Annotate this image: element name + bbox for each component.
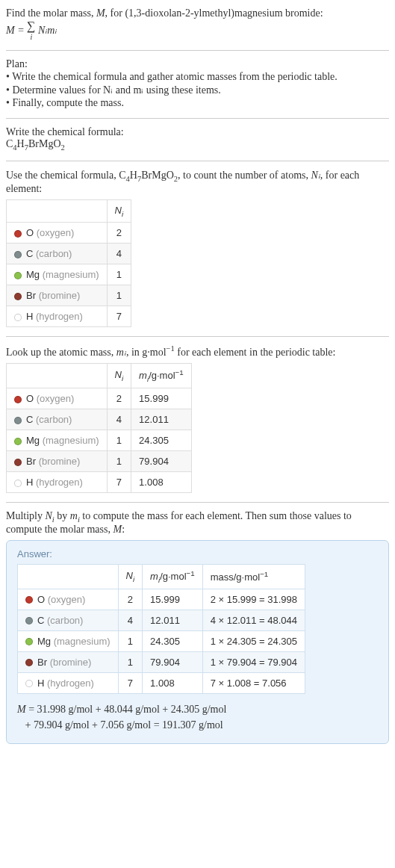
N-value: 2 xyxy=(118,589,143,610)
intro-line1: Find the molar mass, M, for (1,3-dioxola… xyxy=(6,7,389,19)
mass-expr: 7 × 1.008 = 7.056 xyxy=(202,672,305,693)
m-value: 12.011 xyxy=(131,409,192,430)
N-value: 7 xyxy=(107,471,131,492)
element-color-icon xyxy=(14,230,22,238)
element-color-icon xyxy=(25,617,33,624)
element-cell: C (carbon) xyxy=(18,610,119,630)
element-cell: O (oxygen) xyxy=(7,388,108,409)
header-blank xyxy=(7,199,108,223)
table-row: O (oxygen)215.9992 × 15.999 = 31.998 xyxy=(18,589,305,610)
header-mi: mi/g·mol−1 xyxy=(143,564,203,589)
element-name: (oxygen) xyxy=(48,594,86,605)
N-value: 1 xyxy=(118,630,143,651)
plan-title: Plan: xyxy=(6,58,389,70)
plan-section: Plan: • Write the chemical formula and g… xyxy=(6,58,389,109)
N-value: 4 xyxy=(107,244,131,264)
element-symbol: H xyxy=(26,477,33,488)
multiply-section: Multiply Ni by mi to compute the mass fo… xyxy=(6,510,389,744)
m-value: 79.904 xyxy=(131,450,192,471)
table-header-row: Ni mi/g·mol−1 xyxy=(7,364,192,388)
element-color-icon xyxy=(25,596,33,604)
element-name: (carbon) xyxy=(47,615,83,626)
element-name: (magnesium) xyxy=(43,269,99,280)
m-value: 1.008 xyxy=(131,471,192,492)
table-row: C (carbon)412.011 xyxy=(7,409,192,430)
element-symbol: C xyxy=(26,248,33,259)
element-cell: Mg (magnesium) xyxy=(7,430,108,450)
m-value: 15.999 xyxy=(131,388,192,409)
element-cell: Mg (magnesium) xyxy=(7,264,108,285)
element-symbol: H xyxy=(26,311,33,322)
var-Ni: Nᵢ xyxy=(311,170,320,181)
count-label: Use the chemical formula, C4H7BrMgO2, to… xyxy=(6,169,389,195)
N-value: 2 xyxy=(107,388,131,409)
var-M: M xyxy=(96,7,105,19)
plan-list: • Write the chemical formula and gather … xyxy=(6,71,389,109)
element-name: (magnesium) xyxy=(43,435,99,446)
element-name: (carbon) xyxy=(36,414,72,425)
divider xyxy=(6,161,389,161)
table-row: Mg (magnesium)1 xyxy=(7,264,131,285)
table-row: C (carbon)4 xyxy=(7,244,131,264)
header-Ni: Ni xyxy=(107,199,131,223)
text: Use the chemical formula, xyxy=(6,170,119,181)
header-mass: mass/g·mol−1 xyxy=(202,564,305,589)
table-row: O (oxygen)215.999 xyxy=(7,388,192,409)
element-symbol: Br xyxy=(26,290,36,301)
answer-box: Answer: Ni mi/g·mol−1 mass/g·mol−1 O (ox… xyxy=(6,540,389,744)
answer-label: Answer: xyxy=(17,548,378,559)
element-symbol: H xyxy=(37,678,44,689)
element-symbol: C xyxy=(26,414,33,425)
chemical-formula: C4H7BrMgO2 xyxy=(6,138,389,152)
header-blank xyxy=(18,564,119,589)
N-value: 1 xyxy=(107,450,131,471)
element-name: (magnesium) xyxy=(54,636,111,647)
element-color-icon xyxy=(14,293,22,300)
element-cell: H (hydrogen) xyxy=(18,672,119,693)
element-color-icon xyxy=(14,251,22,258)
text: , for (1,3-dioxolan-2-ylmethyl)magnesium… xyxy=(105,7,323,19)
element-color-icon xyxy=(25,680,33,687)
element-cell: Mg (magnesium) xyxy=(18,630,119,651)
mass-expr: 2 × 15.999 = 31.998 xyxy=(202,589,305,610)
N-value: 7 xyxy=(118,672,143,693)
element-cell: C (carbon) xyxy=(7,244,108,264)
divider xyxy=(6,118,389,119)
element-color-icon xyxy=(14,314,22,321)
answer-table: Ni mi/g·mol−1 mass/g·mol−1 O (oxygen)215… xyxy=(17,564,305,694)
N-value: 1 xyxy=(107,430,131,450)
element-name: (hydrogen) xyxy=(47,678,94,689)
element-symbol: O xyxy=(37,594,45,605)
N-value: 4 xyxy=(107,409,131,430)
plan-item: • Write the chemical formula and gather … xyxy=(6,71,389,83)
header-Ni: Ni xyxy=(107,364,131,388)
text: , in g·mol xyxy=(126,347,167,358)
table-row: O (oxygen)2 xyxy=(7,223,131,244)
final-equation: M = 31.998 g/mol + 48.044 g/mol + 24.305… xyxy=(17,701,378,733)
element-color-icon xyxy=(14,438,22,445)
plan-item-text: Determine values for Nᵢ and mᵢ using the… xyxy=(12,84,220,96)
element-color-icon xyxy=(14,396,22,403)
element-color-icon xyxy=(25,638,33,645)
m-value: 24.305 xyxy=(131,430,192,450)
mass-label: Look up the atomic mass, mᵢ, in g·mol−1 … xyxy=(6,344,389,359)
element-cell: Br (bromine) xyxy=(7,450,108,471)
element-color-icon xyxy=(25,659,33,666)
header-Ni: Ni xyxy=(118,564,143,589)
table-row: H (hydrogen)7 xyxy=(7,306,131,327)
element-cell: H (hydrogen) xyxy=(7,471,108,492)
table-row: H (hydrogen)71.0087 × 1.008 = 7.056 xyxy=(18,672,305,693)
mass-section: Look up the atomic mass, mᵢ, in g·mol−1 … xyxy=(6,344,389,493)
m-value: 12.011 xyxy=(143,610,203,630)
mass-expr: 1 × 24.305 = 24.305 xyxy=(202,630,305,651)
N-value: 4 xyxy=(118,610,143,630)
plan-item: • Determine values for Nᵢ and mᵢ using t… xyxy=(6,84,389,96)
plan-item: • Finally, compute the mass. xyxy=(6,97,389,109)
table-row: Br (bromine)179.9041 × 79.904 = 79.904 xyxy=(18,651,305,672)
text: Find the molar mass, xyxy=(6,7,96,19)
m-value: 24.305 xyxy=(143,630,203,651)
header-blank xyxy=(7,364,108,388)
plan-item-text: Finally, compute the mass. xyxy=(12,97,124,108)
formula-label: Write the chemical formula: xyxy=(6,126,389,138)
element-symbol: Mg xyxy=(26,435,40,446)
